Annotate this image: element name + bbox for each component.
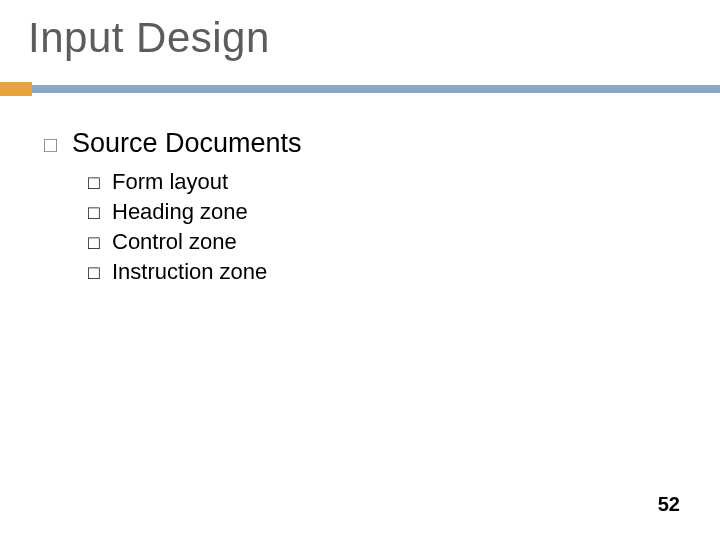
list-item: □ Source Documents (44, 128, 302, 159)
bullet-icon: □ (88, 202, 112, 224)
content-area: □ Source Documents □ Form layout □ Headi… (44, 128, 302, 289)
sublist: □ Form layout □ Heading zone □ Control z… (88, 169, 302, 285)
slide: Input Design □ Source Documents □ Form l… (0, 0, 720, 540)
slide-title: Input Design (28, 14, 270, 62)
sublist-item-label: Heading zone (112, 199, 248, 225)
bullet-icon: □ (44, 132, 72, 158)
list-item: □ Instruction zone (88, 259, 302, 285)
title-divider (0, 82, 720, 96)
list-item: □ Form layout (88, 169, 302, 195)
list-item: □ Heading zone (88, 199, 302, 225)
sublist-item-label: Form layout (112, 169, 228, 195)
page-number: 52 (658, 493, 680, 516)
bullet-icon: □ (88, 232, 112, 254)
bullet-icon: □ (88, 262, 112, 284)
section-heading: Source Documents (72, 128, 302, 159)
bullet-icon: □ (88, 172, 112, 194)
divider-bar (32, 85, 720, 93)
divider-accent (0, 82, 32, 96)
list-item: □ Control zone (88, 229, 302, 255)
sublist-item-label: Control zone (112, 229, 237, 255)
sublist-item-label: Instruction zone (112, 259, 267, 285)
